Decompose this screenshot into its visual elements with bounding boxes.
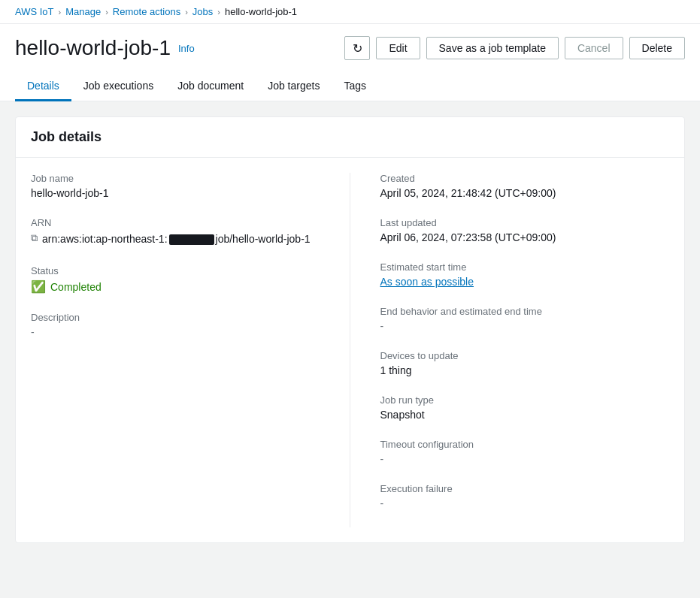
info-link[interactable]: Info — [178, 43, 195, 54]
detail-timeout-configuration-value: - — [380, 453, 670, 465]
breadcrumb-sep-2: › — [105, 8, 108, 17]
breadcrumb-current: hello-world-job-1 — [225, 6, 297, 17]
page-title: hello-world-job-1 — [15, 36, 171, 60]
detail-status-label: Status — [31, 265, 320, 276]
tab-job-targets[interactable]: Job targets — [256, 72, 332, 101]
header-actions: ↻ Edit Save as a job template Cancel Del… — [344, 36, 685, 60]
detail-execution-failure-value: - — [380, 497, 670, 509]
arn-prefix: arn:aws:iot:ap-northeast-1: — [42, 233, 168, 245]
detail-created-label: Created — [380, 173, 670, 184]
tab-job-document[interactable]: Job document — [165, 72, 256, 101]
detail-created-value: April 05, 2024, 21:48:42 (UTC+09:00) — [380, 187, 670, 199]
delete-button[interactable]: Delete — [629, 37, 685, 59]
breadcrumb: AWS IoT › Manage › Remote actions › Jobs… — [0, 0, 700, 24]
detail-description-value: - — [31, 326, 320, 338]
detail-execution-failure-label: Execution failure — [380, 483, 670, 494]
detail-last-updated-value: April 06, 2024, 07:23:58 (UTC+09:00) — [380, 231, 670, 243]
cancel-button: Cancel — [565, 37, 623, 59]
main-content: Job details Job name hello-world-job-1 A… — [0, 101, 700, 558]
tab-job-executions[interactable]: Job executions — [71, 72, 165, 101]
detail-devices-to-update-value: 1 thing — [380, 364, 670, 376]
detail-last-updated-label: Last updated — [380, 217, 670, 228]
tab-tags[interactable]: Tags — [332, 72, 378, 101]
page-title-area: hello-world-job-1 Info — [15, 36, 195, 60]
detail-created: Created April 05, 2024, 21:48:42 (UTC+09… — [380, 173, 670, 199]
detail-timeout-configuration: Timeout configuration - — [380, 439, 670, 465]
status-completed: ✅ Completed — [31, 279, 102, 294]
detail-description-label: Description — [31, 312, 320, 323]
breadcrumb-aws-iot[interactable]: AWS IoT — [15, 6, 54, 17]
refresh-icon: ↻ — [353, 41, 362, 56]
detail-devices-to-update-label: Devices to update — [380, 350, 670, 361]
detail-last-updated: Last updated April 06, 2024, 07:23:58 (U… — [380, 217, 670, 243]
refresh-button[interactable]: ↻ — [344, 36, 370, 60]
job-details-card: Job details Job name hello-world-job-1 A… — [15, 116, 685, 543]
detail-status-value: ✅ Completed — [31, 279, 320, 294]
detail-timeout-configuration-label: Timeout configuration — [380, 439, 670, 450]
details-left: Job name hello-world-job-1 ARN ⧉ arn:aws… — [31, 173, 350, 527]
detail-description: Description - — [31, 312, 320, 338]
detail-arn-label: ARN — [31, 217, 320, 228]
details-right: Created April 05, 2024, 21:48:42 (UTC+09… — [350, 173, 670, 527]
arn-redacted — [169, 234, 214, 245]
breadcrumb-sep-3: › — [185, 8, 188, 17]
tabs: Details Job executions Job document Job … — [15, 72, 685, 101]
page-header: hello-world-job-1 Info ↻ Edit Save as a … — [0, 24, 700, 101]
detail-estimated-start-time-value: As soon as possible — [380, 276, 670, 288]
edit-button[interactable]: Edit — [376, 37, 420, 59]
breadcrumb-sep-1: › — [59, 8, 62, 17]
detail-estimated-start-time: Estimated start time As soon as possible — [380, 261, 670, 288]
detail-job-name: Job name hello-world-job-1 — [31, 173, 320, 199]
tab-details[interactable]: Details — [15, 72, 71, 101]
detail-estimated-start-time-label: Estimated start time — [380, 261, 670, 273]
detail-end-behavior-label: End behavior and estimated end time — [380, 306, 670, 317]
status-completed-icon: ✅ — [31, 279, 46, 294]
detail-end-behavior-value: - — [380, 320, 670, 332]
detail-job-name-label: Job name — [31, 173, 320, 184]
detail-arn-value: ⧉ arn:aws:iot:ap-northeast-1: job/hello-… — [31, 231, 320, 247]
detail-end-behavior: End behavior and estimated end time - — [380, 306, 670, 332]
card-title: Job details — [31, 129, 669, 145]
detail-job-name-value: hello-world-job-1 — [31, 187, 320, 199]
card-body: Job name hello-world-job-1 ARN ⧉ arn:aws… — [16, 158, 684, 542]
detail-job-run-type-value: Snapshot — [380, 409, 670, 421]
detail-job-run-type: Job run type Snapshot — [380, 394, 670, 421]
detail-execution-failure: Execution failure - — [380, 483, 670, 509]
detail-status: Status ✅ Completed — [31, 265, 320, 294]
save-template-button[interactable]: Save as a job template — [426, 37, 559, 59]
arn-suffix: job/hello-world-job-1 — [216, 233, 311, 245]
status-completed-text: Completed — [50, 281, 102, 293]
details-grid: Job name hello-world-job-1 ARN ⧉ arn:aws… — [31, 173, 669, 527]
breadcrumb-manage[interactable]: Manage — [65, 6, 101, 17]
estimated-start-time-link[interactable]: As soon as possible — [380, 276, 474, 288]
breadcrumb-jobs[interactable]: Jobs — [192, 6, 213, 17]
copy-arn-icon[interactable]: ⧉ — [31, 232, 38, 244]
detail-arn: ARN ⧉ arn:aws:iot:ap-northeast-1: job/he… — [31, 217, 320, 247]
breadcrumb-remote-actions[interactable]: Remote actions — [113, 6, 180, 17]
arn-text: arn:aws:iot:ap-northeast-1: job/hello-wo… — [42, 231, 311, 247]
breadcrumb-sep-4: › — [217, 8, 220, 17]
card-header: Job details — [16, 117, 684, 158]
detail-job-run-type-label: Job run type — [380, 394, 670, 406]
detail-devices-to-update: Devices to update 1 thing — [380, 350, 670, 376]
